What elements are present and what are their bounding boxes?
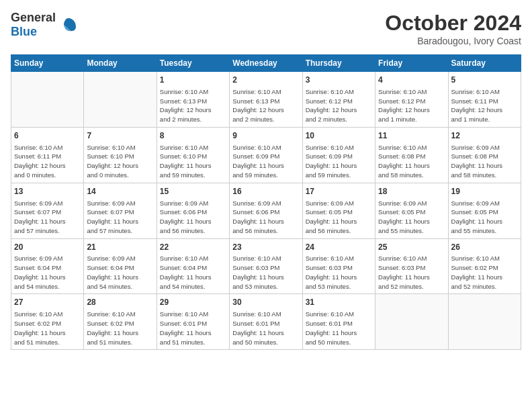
day-info: Sunrise: 6:10 AM Sunset: 6:03 PM Dayligh… (232, 254, 299, 291)
logo-general-text: General (11, 11, 56, 25)
day-info: Sunrise: 6:10 AM Sunset: 6:10 PM Dayligh… (87, 143, 153, 180)
col-tuesday: Tuesday (157, 55, 229, 72)
table-row: 3Sunrise: 6:10 AM Sunset: 6:12 PM Daylig… (302, 72, 375, 128)
day-info: Sunrise: 6:10 AM Sunset: 6:09 PM Dayligh… (232, 143, 299, 180)
calendar-week-row: 1Sunrise: 6:10 AM Sunset: 6:13 PM Daylig… (11, 72, 521, 128)
table-row: 16Sunrise: 6:09 AM Sunset: 6:06 PM Dayli… (230, 183, 302, 238)
col-friday: Friday (375, 55, 448, 72)
table-row: 18Sunrise: 6:09 AM Sunset: 6:05 PM Dayli… (375, 183, 448, 238)
table-row: 5Sunrise: 6:10 AM Sunset: 6:11 PM Daylig… (448, 72, 521, 128)
day-info: Sunrise: 6:10 AM Sunset: 6:10 PM Dayligh… (160, 143, 226, 180)
table-row: 27Sunrise: 6:10 AM Sunset: 6:02 PM Dayli… (11, 294, 84, 350)
day-number: 24 (306, 242, 372, 253)
table-row: 23Sunrise: 6:10 AM Sunset: 6:03 PM Dayli… (230, 238, 302, 294)
table-row: 9Sunrise: 6:10 AM Sunset: 6:09 PM Daylig… (230, 127, 302, 183)
day-number: 17 (306, 186, 372, 197)
table-row: 22Sunrise: 6:10 AM Sunset: 6:04 PM Dayli… (157, 238, 229, 294)
table-row: 8Sunrise: 6:10 AM Sunset: 6:10 PM Daylig… (157, 127, 229, 183)
calendar-table: Sunday Monday Tuesday Wednesday Thursday… (11, 54, 521, 350)
day-info: Sunrise: 6:10 AM Sunset: 6:13 PM Dayligh… (160, 87, 226, 124)
day-info: Sunrise: 6:10 AM Sunset: 6:03 PM Dayligh… (378, 254, 445, 291)
title-block: October 2024 Baradougou, Ivory Coast (385, 11, 521, 46)
day-number: 14 (87, 186, 153, 197)
table-row: 17Sunrise: 6:09 AM Sunset: 6:05 PM Dayli… (302, 183, 375, 238)
col-wednesday: Wednesday (230, 55, 302, 72)
day-info: Sunrise: 6:09 AM Sunset: 6:07 PM Dayligh… (87, 199, 153, 236)
day-number: 18 (378, 186, 445, 197)
col-monday: Monday (84, 55, 157, 72)
table-row: 14Sunrise: 6:09 AM Sunset: 6:07 PM Dayli… (84, 183, 157, 238)
day-info: Sunrise: 6:10 AM Sunset: 6:02 PM Dayligh… (451, 254, 518, 291)
table-row: 19Sunrise: 6:09 AM Sunset: 6:05 PM Dayli… (448, 183, 521, 238)
day-info: Sunrise: 6:09 AM Sunset: 6:07 PM Dayligh… (14, 199, 81, 236)
day-info: Sunrise: 6:10 AM Sunset: 6:09 PM Dayligh… (306, 143, 372, 180)
table-row: 26Sunrise: 6:10 AM Sunset: 6:02 PM Dayli… (448, 238, 521, 294)
table-row: 24Sunrise: 6:10 AM Sunset: 6:03 PM Dayli… (302, 238, 375, 294)
day-number: 26 (451, 242, 518, 253)
calendar-week-row: 6Sunrise: 6:10 AM Sunset: 6:11 PM Daylig… (11, 127, 521, 183)
calendar-week-row: 20Sunrise: 6:09 AM Sunset: 6:04 PM Dayli… (11, 238, 521, 294)
calendar-week-row: 13Sunrise: 6:09 AM Sunset: 6:07 PM Dayli… (11, 183, 521, 238)
logo-blue-text: Blue (11, 25, 56, 39)
day-number: 29 (160, 297, 226, 308)
col-sunday: Sunday (11, 55, 84, 72)
table-row (84, 72, 157, 128)
day-number: 21 (87, 242, 153, 253)
day-number: 6 (14, 130, 81, 142)
day-number: 28 (87, 297, 153, 308)
day-number: 7 (87, 130, 153, 142)
logo-icon (58, 15, 79, 35)
day-number: 13 (14, 186, 81, 197)
day-number: 30 (232, 297, 299, 308)
day-info: Sunrise: 6:09 AM Sunset: 6:05 PM Dayligh… (306, 199, 372, 236)
day-info: Sunrise: 6:10 AM Sunset: 6:03 PM Dayligh… (306, 254, 372, 291)
day-info: Sunrise: 6:10 AM Sunset: 6:02 PM Dayligh… (14, 310, 81, 347)
day-info: Sunrise: 6:09 AM Sunset: 6:04 PM Dayligh… (87, 254, 153, 291)
day-info: Sunrise: 6:09 AM Sunset: 6:06 PM Dayligh… (160, 199, 226, 236)
day-info: Sunrise: 6:09 AM Sunset: 6:05 PM Dayligh… (378, 199, 445, 236)
day-number: 12 (451, 130, 518, 142)
day-info: Sunrise: 6:10 AM Sunset: 6:01 PM Dayligh… (160, 310, 226, 347)
day-info: Sunrise: 6:10 AM Sunset: 6:04 PM Dayligh… (160, 254, 226, 291)
table-row (11, 72, 84, 128)
day-info: Sunrise: 6:10 AM Sunset: 6:02 PM Dayligh… (87, 310, 153, 347)
day-info: Sunrise: 6:10 AM Sunset: 6:11 PM Dayligh… (14, 143, 81, 180)
location-subtitle: Baradougou, Ivory Coast (385, 36, 521, 46)
table-row: 2Sunrise: 6:10 AM Sunset: 6:13 PM Daylig… (230, 72, 302, 128)
table-row: 11Sunrise: 6:10 AM Sunset: 6:08 PM Dayli… (375, 127, 448, 183)
day-number: 19 (451, 186, 518, 197)
day-number: 3 (306, 75, 372, 86)
col-saturday: Saturday (448, 55, 521, 72)
day-number: 10 (306, 130, 372, 142)
day-info: Sunrise: 6:10 AM Sunset: 6:08 PM Dayligh… (378, 143, 445, 180)
table-row: 30Sunrise: 6:10 AM Sunset: 6:01 PM Dayli… (230, 294, 302, 350)
table-row: 31Sunrise: 6:10 AM Sunset: 6:01 PM Dayli… (302, 294, 375, 350)
table-row: 10Sunrise: 6:10 AM Sunset: 6:09 PM Dayli… (302, 127, 375, 183)
day-number: 25 (378, 242, 445, 253)
table-row (448, 294, 521, 350)
day-number: 1 (160, 75, 226, 86)
day-info: Sunrise: 6:10 AM Sunset: 6:01 PM Dayligh… (232, 310, 299, 347)
day-number: 5 (451, 75, 518, 86)
table-row: 15Sunrise: 6:09 AM Sunset: 6:06 PM Dayli… (157, 183, 229, 238)
day-number: 27 (14, 297, 81, 308)
day-info: Sunrise: 6:09 AM Sunset: 6:04 PM Dayligh… (14, 254, 81, 291)
day-info: Sunrise: 6:10 AM Sunset: 6:12 PM Dayligh… (378, 87, 445, 124)
day-number: 20 (14, 242, 81, 253)
logo: General Blue (11, 11, 79, 39)
day-info: Sunrise: 6:09 AM Sunset: 6:08 PM Dayligh… (451, 143, 518, 180)
table-row: 7Sunrise: 6:10 AM Sunset: 6:10 PM Daylig… (84, 127, 157, 183)
table-row: 21Sunrise: 6:09 AM Sunset: 6:04 PM Dayli… (84, 238, 157, 294)
day-number: 9 (232, 130, 299, 142)
col-thursday: Thursday (302, 55, 375, 72)
day-number: 15 (160, 186, 226, 197)
day-info: Sunrise: 6:10 AM Sunset: 6:13 PM Dayligh… (232, 87, 299, 124)
day-number: 31 (306, 297, 372, 308)
calendar-header-row: Sunday Monday Tuesday Wednesday Thursday… (11, 55, 521, 72)
day-info: Sunrise: 6:09 AM Sunset: 6:05 PM Dayligh… (451, 199, 518, 236)
day-number: 23 (232, 242, 299, 253)
page-header: General Blue October 2024 Baradougou, Iv… (11, 11, 521, 46)
table-row: 20Sunrise: 6:09 AM Sunset: 6:04 PM Dayli… (11, 238, 84, 294)
table-row: 25Sunrise: 6:10 AM Sunset: 6:03 PM Dayli… (375, 238, 448, 294)
table-row: 1Sunrise: 6:10 AM Sunset: 6:13 PM Daylig… (157, 72, 229, 128)
